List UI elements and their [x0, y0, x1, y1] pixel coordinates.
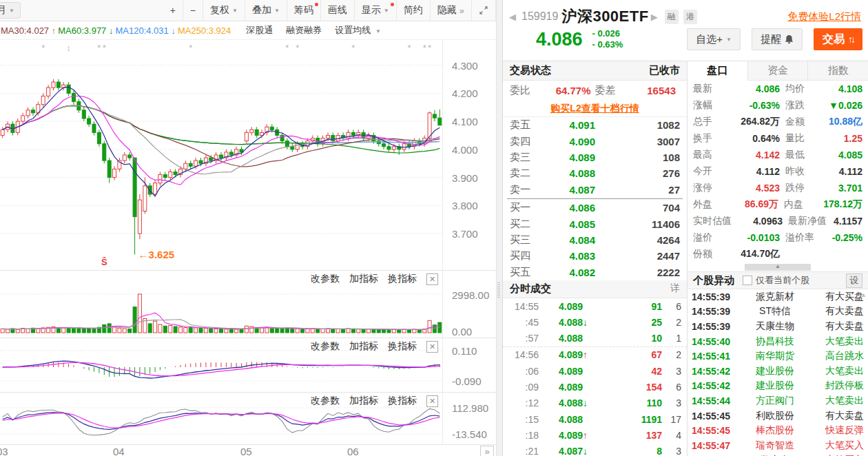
margin-trading-link[interactable]: 融资融券 [286, 24, 322, 37]
draw-line-button[interactable]: 画线 [321, 0, 355, 21]
chevron-down-icon: ▼ [384, 8, 389, 14]
ma-value: MA60:3.977 ↓ [58, 25, 113, 36]
axis-tick: 3.700 [452, 228, 478, 240]
kdj-chart[interactable]: 改参数 加指标 换指标 ✕ [0, 393, 442, 444]
buy-level-row[interactable]: 买四4.0832447 [503, 248, 687, 264]
tape-detail-link[interactable]: 详 [670, 282, 680, 295]
buy-l2-link[interactable]: 购买L2查看十档行情 [503, 100, 687, 117]
tick-row[interactable]: 14:564.089↑672 [503, 346, 687, 363]
buy-level-row[interactable]: 买一4.086704 [503, 200, 687, 216]
zoom-out-button[interactable]: − [183, 0, 203, 21]
tick-row[interactable]: :094.0891546 [503, 379, 687, 395]
svg-text:*: * [296, 43, 299, 53]
zoom-in-button[interactable]: + [163, 0, 183, 21]
simple-mode-button[interactable]: 简约 [397, 0, 431, 21]
chips-button[interactable]: 筹码 [287, 0, 321, 21]
volume-axis: 2998.00 0.00 [442, 271, 496, 338]
sell-level-row[interactable]: 卖二4.088276 [503, 165, 687, 181]
tick-row[interactable]: :574.088101 [503, 331, 687, 346]
ma-settings-button[interactable]: 设置均线 ▼ [335, 24, 383, 37]
candlestick-chart[interactable]: *↕*********←3.625Ŝ [0, 40, 442, 270]
mover-row[interactable]: 14:55:45利欧股份有大卖盘 [688, 408, 868, 424]
tick-row[interactable]: :124.088↓1103 [503, 395, 687, 411]
volume-panel: 改参数 加指标 换指标 ✕ 2998.00 0.00 [0, 271, 496, 338]
quote-detail-row: 涨停4.523跌停3.701 [688, 180, 868, 196]
axis-tick: -0.090 [452, 375, 482, 387]
display-button[interactable]: 显示▼ [355, 0, 397, 21]
mover-row[interactable]: 14:55:45棒杰股份快速反弹 [688, 423, 868, 438]
collapse-button[interactable]: ▲ [745, 264, 811, 271]
sell-level-row[interactable]: 卖三4.089108 [503, 149, 687, 165]
movers-title: 个股异动 [693, 274, 734, 287]
macd-panel: 改参数 加指标 换指标 ✕ 0.110 -0.090 [0, 338, 496, 393]
add-indicator-link[interactable]: 加指标 [349, 395, 378, 407]
trade-button[interactable]: 交易 ↑↓ [814, 28, 862, 50]
movers-settings-button[interactable]: 设 [846, 273, 862, 288]
axis-tick: 0.110 [452, 345, 477, 357]
buy-level-row[interactable]: 买二4.08511406 [503, 216, 687, 231]
volume-chart[interactable]: 改参数 加指标 换指标 ✕ [0, 271, 442, 338]
add-indicator-link[interactable]: 加指标 [349, 340, 378, 353]
add-indicator-link[interactable]: 加指标 [349, 273, 378, 285]
close-icon[interactable]: ✕ [426, 273, 438, 285]
close-icon[interactable]: ✕ [426, 395, 438, 407]
hide-button[interactable]: 隐藏» [431, 0, 472, 21]
kdj-panel: 改参数 加指标 换指标 ✕ 112.980 -13.540 [0, 393, 496, 445]
tick-row[interactable]: 14:554.089916 [503, 298, 687, 314]
weibi-value: 64.77% [530, 85, 591, 96]
alert-button[interactable]: 提醒 [752, 28, 803, 50]
tab-index[interactable]: 指数 [808, 61, 868, 80]
ma-value: MA120:4.031 ↓ [115, 25, 175, 36]
l2-trial-link[interactable]: 免费体验L2行情 [787, 10, 861, 23]
mover-row[interactable]: 14:55:39派克新材有大买盘 [688, 289, 868, 304]
tab-funds[interactable]: 资金 [748, 61, 809, 80]
shenzhen-connect-link[interactable]: 深股通 [246, 24, 273, 37]
prev-stock-icon[interactable]: ◀ [507, 12, 518, 22]
switch-indicator-link[interactable]: 换指标 [388, 273, 417, 285]
buy-level-row[interactable]: 买五4.0822222 [503, 265, 687, 280]
adjust-price-button[interactable]: 复权▼ [203, 0, 245, 21]
overlay-button[interactable]: 叠加▼ [245, 0, 287, 21]
sell-level-row[interactable]: 卖四4.0903007 [503, 133, 687, 149]
month-tick: 06 [347, 446, 359, 456]
more-indicators-button[interactable]: » [480, 446, 494, 456]
tab-pankou[interactable]: 盘口 [688, 61, 748, 81]
quote-detail-row: 今开4.112昨收4.112 [688, 163, 868, 180]
quote-detail-row: 总手264.82万金额10.88亿 [688, 114, 868, 130]
mover-row[interactable]: 14:55:50数字人大笔买入 [688, 453, 868, 456]
mover-row[interactable]: 14:55:41南华期货高台跳水 [688, 349, 868, 364]
tick-row[interactable]: :064.089423 [503, 363, 687, 379]
change-params-link[interactable]: 改参数 [311, 340, 340, 353]
period-label: 月 [0, 4, 6, 17]
mover-row[interactable]: 14:55:39ST特信有大卖盘 [688, 304, 868, 320]
tick-row[interactable]: :154.088119117 [503, 411, 687, 427]
sell-level-row[interactable]: 卖一4.08727 [503, 182, 687, 198]
tick-row[interactable]: :184.089↑1374 [503, 427, 687, 443]
switch-indicator-link[interactable]: 换指标 [388, 395, 417, 407]
tick-row[interactable]: :214.087↓83 [503, 444, 687, 456]
sell-level-row[interactable]: 卖五4.0911082 [503, 117, 687, 133]
scroll-up-icon[interactable]: ▲ [860, 291, 867, 298]
quote-detail-grid: 最新4.086均价4.108涨幅-0.63%涨跌▼0.026总手264.82万金… [688, 81, 868, 262]
filter-checkbox[interactable] [743, 276, 752, 285]
buy-level-row[interactable]: 买三4.0844264 [503, 232, 687, 248]
fullscreen-button[interactable] [472, 0, 496, 21]
close-icon[interactable]: ✕ [426, 341, 438, 353]
next-stock-icon[interactable]: ▶ [649, 12, 660, 22]
svg-text:*: * [97, 43, 101, 53]
pane-splitter[interactable] [496, 0, 503, 456]
mover-row[interactable]: 14:55:42建业股份封跌停板 [688, 379, 868, 394]
change-params-link[interactable]: 改参数 [311, 395, 340, 407]
mover-row[interactable]: 14:55:47瑞奇智造大笔买入 [688, 438, 868, 453]
period-select[interactable]: 月 ▼ [0, 2, 21, 19]
macd-chart[interactable]: 改参数 加指标 换指标 ✕ [0, 338, 442, 392]
mover-row[interactable]: 14:55:40协昌科技大笔卖出 [688, 334, 868, 349]
tick-row[interactable]: :454.088↓252 [503, 314, 687, 330]
add-watchlist-button[interactable]: 自选+▼ [687, 28, 741, 50]
mover-row[interactable]: 14:55:39天康生物有大卖盘 [688, 319, 868, 334]
mover-row[interactable]: 14:55:42建业股份大笔卖出 [688, 364, 868, 379]
change-params-link[interactable]: 改参数 [311, 273, 340, 285]
switch-indicator-link[interactable]: 换指标 [388, 340, 417, 353]
chevron-down-icon: ▼ [232, 8, 238, 14]
mover-row[interactable]: 14:55:44方正阀门大笔卖出 [688, 393, 868, 408]
